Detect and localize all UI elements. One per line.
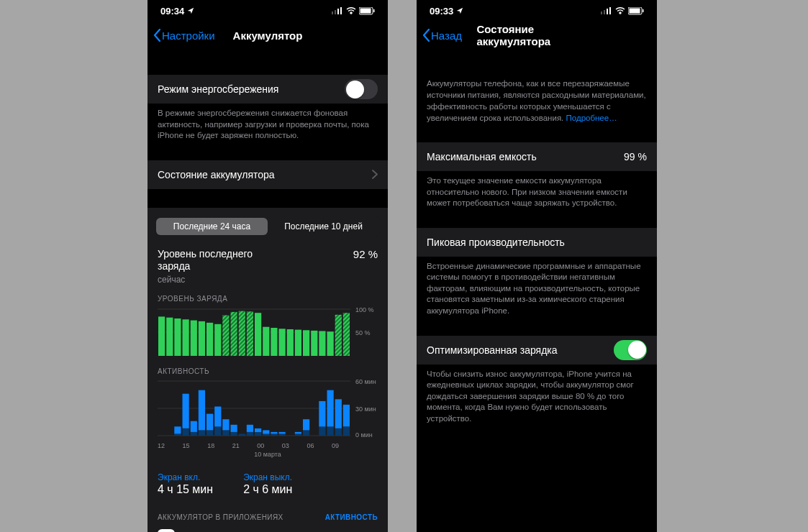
back-button[interactable]: Настройки	[153, 29, 215, 42]
location-icon	[187, 7, 194, 14]
svg-rect-90	[643, 9, 644, 12]
svg-rect-14	[166, 317, 173, 355]
svg-rect-1	[335, 10, 336, 14]
battery-health-row[interactable]: Состояние аккумулятора	[147, 160, 388, 189]
status-bar: 09:34	[147, 0, 388, 22]
svg-rect-36	[343, 313, 350, 356]
svg-rect-72	[303, 430, 309, 436]
battery-chart-title: УРОВЕНЬ ЗАРЯДА	[147, 285, 388, 306]
svg-rect-15	[174, 318, 181, 356]
status-indicators	[601, 7, 644, 15]
svg-rect-46	[183, 393, 189, 428]
svg-rect-3	[340, 7, 342, 14]
max-capacity-cell: Максимальная емкость 99 %	[417, 142, 657, 171]
svg-rect-34	[327, 331, 334, 356]
svg-rect-61	[247, 424, 253, 431]
svg-rect-75	[319, 400, 325, 426]
svg-rect-56	[222, 419, 229, 430]
svg-rect-59	[239, 434, 245, 436]
svg-rect-27	[271, 328, 277, 356]
wifi-icon	[346, 7, 356, 14]
svg-rect-0	[332, 12, 333, 14]
svg-text:100 %: 100 %	[355, 306, 374, 313]
svg-rect-77	[327, 390, 334, 426]
usage-block: Последние 24 часа Последние 10 дней Уров…	[147, 208, 388, 532]
optimized-charging-foot: Чтобы снизить износ аккумулятора, iPhone…	[417, 364, 657, 425]
battery-health-cell: Состояние аккумулятора	[147, 160, 388, 189]
optimized-charging-toggle[interactable]	[614, 340, 647, 360]
chevron-left-icon	[153, 29, 161, 42]
svg-rect-6	[373, 9, 375, 12]
last-charge-title: Уровень последнего заряда	[158, 248, 287, 273]
svg-rect-51	[206, 430, 213, 436]
svg-rect-55	[222, 430, 229, 436]
screen-off-value: 2 ч 6 мин	[243, 482, 292, 496]
time-range-segmented[interactable]: Последние 24 часа Последние 10 дней	[155, 216, 381, 237]
page-title: Аккумулятор	[233, 29, 303, 42]
svg-rect-65	[263, 430, 269, 434]
svg-rect-63	[255, 428, 261, 431]
svg-text:60 мин: 60 мин	[355, 378, 376, 385]
svg-rect-16	[183, 319, 189, 356]
nav-bar: Настройки Аккумулятор	[147, 22, 388, 49]
svg-rect-17	[191, 320, 197, 355]
peak-performance-cell: Пиковая производительность	[417, 228, 657, 257]
max-capacity-label: Максимальная емкость	[427, 151, 537, 162]
screen-time-row: Экран вкл. 4 ч 15 мин Экран выкл. 2 ч 6 …	[147, 458, 388, 500]
svg-rect-47	[191, 431, 197, 435]
max-capacity-row: Максимальная емкость 99 %	[417, 142, 657, 171]
svg-rect-67	[271, 431, 277, 434]
wifi-icon	[615, 7, 625, 14]
svg-rect-23	[239, 311, 245, 355]
status-bar: 09:33	[417, 0, 657, 22]
screen-on-value: 4 ч 15 мин	[158, 482, 213, 496]
svg-rect-25	[255, 313, 261, 356]
chevron-left-icon	[422, 29, 430, 42]
svg-rect-80	[343, 426, 350, 436]
svg-rect-74	[319, 426, 325, 436]
phone-battery-screen: 09:34 Настройки Аккумулятор Режим энерго…	[147, 0, 388, 532]
svg-rect-64	[263, 434, 269, 436]
seg-10d[interactable]: Последние 10 дней	[268, 218, 379, 235]
svg-rect-54	[214, 406, 221, 426]
svg-rect-71	[295, 431, 301, 434]
low-power-cell: Режим энергосбережения	[147, 75, 388, 104]
low-power-foot: В режиме энергосбережения снижается фоно…	[147, 104, 388, 142]
svg-rect-35	[335, 314, 342, 355]
low-power-row[interactable]: Режим энергосбережения	[147, 75, 388, 104]
svg-rect-43	[174, 434, 181, 436]
peak-performance-label: Пиковая производительность	[427, 237, 565, 248]
last-charge-value: 92 %	[353, 248, 378, 273]
svg-rect-69	[279, 431, 286, 434]
last-charge-sub: сейчас	[147, 273, 388, 285]
svg-rect-33	[319, 331, 325, 356]
app-row-safari[interactable]: Safari 25 %	[147, 526, 388, 532]
back-button[interactable]: Назад	[422, 29, 462, 42]
activity-chart-title: АКТИВНОСТЬ	[147, 357, 388, 378]
apps-activity-toggle[interactable]: АКТИВНОСТЬ	[325, 513, 378, 521]
svg-rect-20	[214, 324, 221, 355]
svg-rect-50	[199, 390, 205, 430]
svg-rect-21	[222, 315, 229, 356]
svg-rect-31	[303, 330, 309, 356]
status-indicators	[332, 7, 375, 15]
svg-rect-57	[231, 431, 237, 435]
low-power-toggle[interactable]	[345, 79, 378, 99]
svg-rect-89	[630, 8, 640, 13]
svg-rect-78	[335, 428, 342, 435]
learn-more-link[interactable]: Подробнее…	[566, 114, 617, 122]
low-power-label: Режим энергосбережения	[158, 83, 278, 95]
location-icon	[456, 7, 463, 14]
svg-rect-30	[295, 329, 301, 355]
svg-rect-52	[206, 413, 213, 430]
signal-icon	[332, 7, 343, 14]
svg-rect-32	[311, 330, 317, 355]
intro-text: Аккумуляторы телефона, как и все перезар…	[417, 49, 657, 124]
svg-rect-26	[263, 326, 269, 355]
svg-rect-60	[247, 431, 253, 435]
svg-rect-86	[607, 9, 608, 14]
optimized-charging-row[interactable]: Оптимизированная зарядка	[417, 336, 657, 364]
svg-rect-2	[337, 9, 339, 14]
screen-on-label: Экран вкл.	[158, 472, 213, 482]
seg-24h[interactable]: Последние 24 часа	[156, 218, 268, 235]
